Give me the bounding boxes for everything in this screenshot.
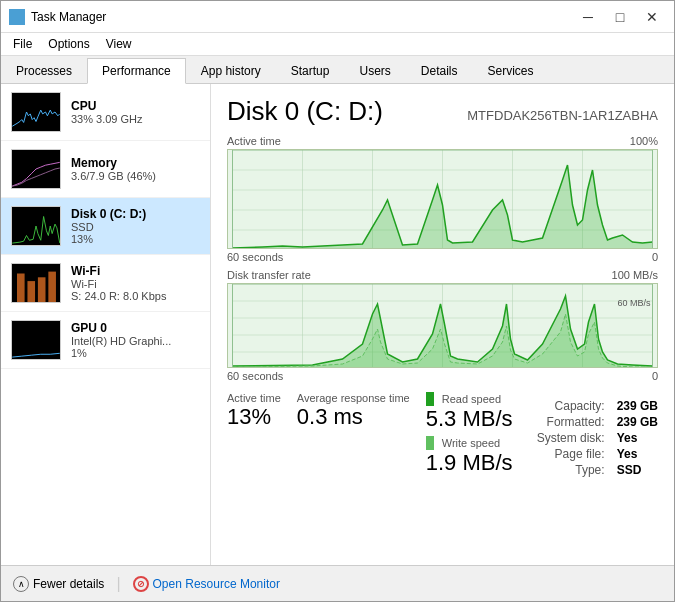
capacity-label: Capacity:	[537, 399, 605, 413]
window-controls: ─ □ ✕	[574, 7, 666, 27]
write-speed-value: 1.9 MB/s	[426, 450, 513, 476]
active-time-chart-section: Active time 100%	[227, 135, 658, 263]
response-time-value: 0.3 ms	[297, 404, 410, 430]
tab-users[interactable]: Users	[344, 58, 405, 83]
sidebar-item-cpu[interactable]: CPU 33% 3.09 GHz	[1, 84, 210, 141]
system-disk-label: System disk:	[537, 431, 605, 445]
type-value: SSD	[617, 463, 658, 477]
svg-rect-10	[38, 277, 46, 302]
svg-rect-0	[11, 11, 16, 16]
read-speed-stat: Read speed 5.3 MB/s	[426, 392, 513, 432]
tab-startup[interactable]: Startup	[276, 58, 345, 83]
svg-rect-9	[27, 281, 35, 302]
disk-info: Disk 0 (C: D:) SSD 13%	[71, 207, 200, 245]
gpu-label: GPU 0	[71, 321, 200, 335]
maximize-button[interactable]: □	[606, 7, 634, 27]
memory-usage: 3.6/7.9 GB (46%)	[71, 170, 200, 182]
svg-rect-1	[18, 11, 23, 16]
window-title: Task Manager	[31, 10, 106, 24]
gpu-info: GPU 0 Intel(R) HD Graphi... 1%	[71, 321, 200, 359]
disk-usage: 13%	[71, 233, 200, 245]
svg-text:60 MB/s: 60 MB/s	[618, 298, 652, 308]
write-speed-label: Write speed	[426, 436, 513, 450]
detail-title: Disk 0 (C: D:)	[227, 96, 383, 127]
cpu-usage: 33% 3.09 GHz	[71, 113, 200, 125]
gpu-name: Intel(R) HD Graphi...	[71, 335, 200, 347]
menu-file[interactable]: File	[5, 35, 40, 53]
close-button[interactable]: ✕	[638, 7, 666, 27]
response-time-stat: Average response time 0.3 ms	[297, 392, 410, 477]
chart2-box: 60 MB/s	[227, 283, 658, 368]
type-label: Type:	[537, 463, 605, 477]
chart2-max: 100 MB/s	[612, 269, 658, 281]
write-indicator	[426, 436, 434, 450]
svg-rect-4	[12, 93, 60, 131]
sidebar-item-disk[interactable]: Disk 0 (C: D:) SSD 13%	[1, 198, 210, 255]
read-speed-label: Read speed	[426, 392, 513, 406]
svg-rect-2	[11, 18, 16, 23]
gpu-usage: 1%	[71, 347, 200, 359]
tab-processes[interactable]: Processes	[1, 58, 87, 83]
read-indicator	[426, 392, 434, 406]
app-icon	[9, 9, 25, 25]
menu-options[interactable]: Options	[40, 35, 97, 53]
chart2-label: Disk transfer rate	[227, 269, 311, 281]
disk-info-grid: Capacity: 239 GB Formatted: 239 GB Syste…	[537, 399, 658, 477]
wifi-type: Wi-Fi	[71, 278, 200, 290]
chart1-box	[227, 149, 658, 249]
detail-header: Disk 0 (C: D:) MTFDDAK256TBN-1AR1ZABHA	[227, 96, 658, 127]
open-resource-monitor-link[interactable]: ⊘ Open Resource Monitor	[133, 576, 280, 592]
chart2-labels: Disk transfer rate 100 MB/s	[227, 269, 658, 281]
chevron-up-icon: ∧	[13, 576, 29, 592]
active-time-stat: Active time 13%	[227, 392, 281, 477]
minimize-button[interactable]: ─	[574, 7, 602, 27]
chart1-labels: Active time 100%	[227, 135, 658, 147]
tab-app-history[interactable]: App history	[186, 58, 276, 83]
chart1-label: Active time	[227, 135, 281, 147]
response-time-label: Average response time	[297, 392, 410, 404]
memory-thumbnail	[11, 149, 61, 189]
tab-services[interactable]: Services	[473, 58, 549, 83]
disk-label: Disk 0 (C: D:)	[71, 207, 200, 221]
orm-icon: ⊘	[133, 576, 149, 592]
sidebar-item-wifi[interactable]: Wi-Fi Wi-Fi S: 24.0 R: 8.0 Kbps	[1, 255, 210, 312]
disk-type: SSD	[71, 221, 200, 233]
separator: |	[116, 575, 120, 593]
stats-section: Active time 13% Average response time 0.…	[227, 392, 658, 477]
chart1-max: 100%	[630, 135, 658, 147]
cpu-label: CPU	[71, 99, 200, 113]
formatted-value: 239 GB	[617, 415, 658, 429]
tab-bar: Processes Performance App history Startu…	[1, 56, 674, 84]
svg-rect-8	[17, 274, 25, 303]
gpu-thumbnail	[11, 320, 61, 360]
menu-view[interactable]: View	[98, 35, 140, 53]
read-speed-value: 5.3 MB/s	[426, 406, 513, 432]
chart2-time: 60 seconds	[227, 370, 283, 382]
sidebar: CPU 33% 3.09 GHz Memory 3.6/7.9 GB (46%)	[1, 84, 211, 565]
page-file-value: Yes	[617, 447, 658, 461]
fewer-details-button[interactable]: ∧ Fewer details	[13, 576, 104, 592]
svg-rect-11	[48, 272, 56, 302]
write-speed-stat: Write speed 1.9 MB/s	[426, 436, 513, 476]
bottom-bar: ∧ Fewer details | ⊘ Open Resource Monito…	[1, 565, 674, 601]
memory-info: Memory 3.6/7.9 GB (46%)	[71, 156, 200, 182]
fewer-details-label: Fewer details	[33, 577, 104, 591]
cpu-thumbnail	[11, 92, 61, 132]
page-file-label: Page file:	[537, 447, 605, 461]
chart1-zero: 0	[652, 251, 658, 263]
chart1-footer: 60 seconds 0	[227, 251, 658, 263]
active-time-label: Active time	[227, 392, 281, 404]
sidebar-item-memory[interactable]: Memory 3.6/7.9 GB (46%)	[1, 141, 210, 198]
tab-performance[interactable]: Performance	[87, 58, 186, 84]
wifi-thumbnail	[11, 263, 61, 303]
title-bar: Task Manager ─ □ ✕	[1, 1, 674, 33]
menu-bar: File Options View	[1, 33, 674, 56]
system-disk-value: Yes	[617, 431, 658, 445]
chart2-footer: 60 seconds 0	[227, 370, 658, 382]
task-manager-window: Task Manager ─ □ ✕ File Options View Pro…	[0, 0, 675, 602]
sidebar-item-gpu[interactable]: GPU 0 Intel(R) HD Graphi... 1%	[1, 312, 210, 369]
tab-details[interactable]: Details	[406, 58, 473, 83]
cpu-info: CPU 33% 3.09 GHz	[71, 99, 200, 125]
detail-panel: Disk 0 (C: D:) MTFDDAK256TBN-1AR1ZABHA A…	[211, 84, 674, 565]
detail-model: MTFDDAK256TBN-1AR1ZABHA	[467, 108, 658, 123]
